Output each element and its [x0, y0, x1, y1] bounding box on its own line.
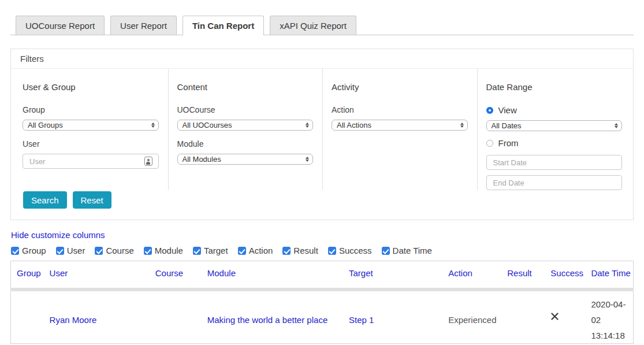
cell-result: [507, 290, 550, 344]
table-header-row: Group User Course Module Target Action R…: [11, 261, 634, 290]
group-label: Group: [23, 105, 159, 114]
module-label: Module: [177, 139, 314, 149]
column-checkbox-action[interactable]: Action: [238, 246, 273, 255]
section-title-user-group: User & Group: [23, 82, 159, 92]
group-select[interactable]: All Groups: [23, 120, 159, 131]
tab-tin-can-report[interactable]: Tin Can Report: [183, 16, 264, 35]
checkbox-checked-icon[interactable]: [56, 247, 64, 255]
table-row: Ryan Moore Making the world a better pla…: [11, 290, 634, 344]
column-checkbox-target[interactable]: Target: [193, 246, 228, 255]
start-date-placeholder: Start Date: [493, 158, 527, 167]
select-spinner-icon: [306, 157, 309, 162]
column-header-group[interactable]: Group: [11, 261, 50, 290]
uocourse-select[interactable]: All UOCourses: [177, 120, 314, 131]
module-select[interactable]: All Modules: [177, 154, 314, 165]
user-link[interactable]: Ryan Moore: [50, 315, 97, 325]
cell-target: Step 1: [349, 290, 448, 344]
column-checkbox-user[interactable]: User: [56, 246, 85, 255]
search-button[interactable]: Search: [23, 191, 67, 209]
user-label: User: [23, 139, 159, 149]
section-title-activity: Activity: [332, 82, 468, 92]
column-checkbox-group[interactable]: Group: [11, 246, 46, 255]
action-label: Action: [332, 105, 468, 114]
select-spinner-icon: [151, 123, 155, 128]
report-tabbar: UOCourse Report User Report Tin Can Repo…: [10, 16, 634, 35]
checkbox-label: Target: [204, 246, 228, 255]
column-header-success[interactable]: Success: [550, 261, 591, 290]
checkbox-checked-icon[interactable]: [282, 247, 291, 255]
module-select-value: All Modules: [183, 155, 221, 164]
checkbox-checked-icon[interactable]: [11, 247, 19, 255]
checkbox-checked-icon[interactable]: [238, 247, 246, 255]
checkbox-label: Group: [22, 246, 46, 255]
hide-customize-columns-link[interactable]: Hide customize columns: [11, 230, 634, 240]
cell-success: [550, 290, 591, 344]
target-link[interactable]: Step 1: [349, 315, 374, 325]
checkbox-checked-icon[interactable]: [328, 247, 336, 255]
filters-panel: Filters User & Group Group All Groups Us…: [10, 49, 634, 220]
report-table: Group User Course Module Target Action R…: [10, 261, 634, 344]
column-header-action[interactable]: Action: [448, 261, 507, 290]
cell-course: [155, 290, 207, 344]
view-radio-row: View: [486, 105, 623, 115]
checkbox-checked-icon[interactable]: [193, 247, 201, 255]
dates-select[interactable]: All Dates: [486, 120, 623, 131]
column-checkbox-module[interactable]: Module: [144, 246, 183, 255]
column-header-course[interactable]: Course: [155, 261, 207, 290]
column-header-target[interactable]: Target: [349, 261, 448, 290]
end-date-input[interactable]: End Date: [486, 175, 623, 190]
end-date-placeholder: End Date: [493, 179, 524, 187]
select-spinner-icon: [615, 123, 618, 128]
uocourse-label: UOCourse: [177, 105, 314, 114]
section-title-content: Content: [177, 82, 314, 92]
view-radio-label: View: [498, 105, 517, 115]
cell-user: Ryan Moore: [50, 290, 155, 344]
cell-group: [11, 290, 50, 344]
filters-body: User & Group Group All Groups User User …: [11, 69, 633, 190]
checkbox-label: Success: [339, 246, 372, 255]
user-input-placeholder: User: [29, 157, 45, 166]
checkbox-checked-icon[interactable]: [144, 247, 152, 255]
module-link[interactable]: Making the world a better place: [207, 315, 327, 325]
group-select-value: All Groups: [28, 121, 63, 129]
checkbox-label: Date Time: [393, 246, 432, 255]
action-select[interactable]: All Actions: [332, 120, 468, 131]
column-header-result[interactable]: Result: [507, 261, 550, 290]
checkbox-label: Course: [106, 246, 133, 255]
contact-autofill-icon[interactable]: [144, 157, 152, 166]
tab-uocourse-report[interactable]: UOCourse Report: [16, 16, 105, 35]
start-date-input[interactable]: Start Date: [486, 155, 623, 170]
checkbox-label: Module: [155, 246, 183, 255]
tab-user-report[interactable]: User Report: [110, 16, 177, 35]
column-header-user[interactable]: User: [50, 261, 155, 290]
column-checkbox-result[interactable]: Result: [282, 246, 318, 255]
column-checkbox-date-time[interactable]: Date Time: [382, 246, 432, 255]
column-header-date-time[interactable]: Date Time: [591, 261, 633, 290]
checkbox-checked-icon[interactable]: [382, 247, 390, 255]
column-header-module[interactable]: Module: [207, 261, 349, 290]
select-spinner-icon: [460, 123, 464, 128]
select-spinner-icon: [306, 123, 309, 128]
view-radio[interactable]: [486, 107, 493, 114]
customize-columns-row: Group User Course Module Target Action R…: [11, 246, 634, 255]
checkbox-label: User: [67, 246, 85, 255]
column-checkbox-course[interactable]: Course: [95, 246, 133, 255]
checkbox-label: Result: [293, 246, 318, 255]
uocourse-select-value: All UOCourses: [183, 121, 232, 129]
checkbox-checked-icon[interactable]: [95, 247, 103, 255]
dates-select-value: All Dates: [492, 121, 522, 130]
filter-section-activity: Activity Action All Actions: [323, 69, 478, 190]
section-title-date-range: Date Range: [486, 82, 623, 92]
from-radio[interactable]: [486, 140, 493, 147]
tab-xapi-quiz-report[interactable]: xAPI Quiz Report: [270, 16, 356, 35]
column-checkbox-success[interactable]: Success: [328, 246, 372, 255]
filters-panel-title: Filters: [11, 49, 633, 69]
checkbox-label: Action: [249, 246, 273, 255]
filter-section-user-group: User & Group Group All Groups User User: [11, 69, 169, 190]
reset-button[interactable]: Reset: [73, 191, 111, 209]
cell-module: Making the world a better place: [207, 290, 349, 344]
from-radio-label: From: [498, 138, 519, 148]
user-input[interactable]: User: [23, 154, 159, 169]
cell-action: Experienced: [448, 290, 507, 344]
filter-section-date-range: Date Range View All Dates From Start Dat…: [478, 69, 634, 190]
